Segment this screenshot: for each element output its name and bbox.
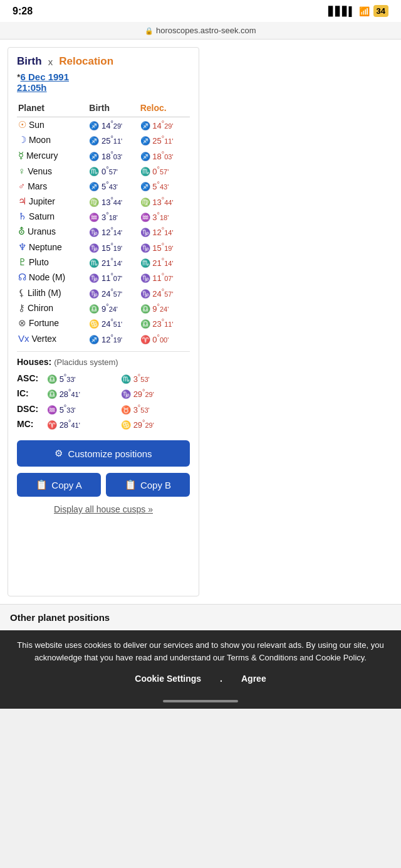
planet-cell: ♄ Saturn (17, 209, 88, 224)
wifi-icon: 📶 (359, 6, 370, 16)
planet-cell: ♀ Venus (17, 163, 88, 178)
reloc-position: ♐ 18°03' (139, 148, 190, 163)
planet-name: Vertex (31, 334, 56, 344)
table-row: Vx Vertex ♐ 12°19' ♈ 0°00' (17, 331, 190, 346)
copy-b-button[interactable]: 📋 Copy B (106, 473, 190, 497)
houses-title: Houses: (Placidus system) (17, 357, 190, 367)
planet-name: Neptune (29, 242, 62, 252)
planet-cell: ☉ Sun (17, 117, 88, 133)
houses-section: Houses: (Placidus system) ASC: ♎ 5°33' ♏… (17, 357, 190, 431)
card-header: Birth x Relocation (17, 55, 190, 68)
house-birth: ♎ 28°41' (47, 388, 116, 399)
birth-position: ♐ 25°11' (88, 132, 138, 147)
reloc-position: ♒ 3°18' (139, 209, 190, 224)
birth-position: ♑ 12°14' (88, 224, 138, 239)
planet-name: Moon (29, 135, 51, 145)
planet-cell: ☽ Moon (17, 132, 88, 147)
planet-icon: ⊗ (18, 317, 26, 328)
planet-icon: ☿ (18, 150, 24, 161)
house-birth: ♎ 5°33' (47, 373, 116, 384)
url-bar[interactable]: 🔒 horoscopes.astro-seek.com (0, 22, 401, 40)
planet-icon: ♆ (18, 241, 26, 252)
copy-a-button[interactable]: 📋 Copy A (17, 473, 101, 497)
customize-button[interactable]: ⚙ Customize positions (17, 440, 190, 467)
birth-position: ♋ 24°51' (88, 315, 138, 331)
cookie-banner: This website uses cookies to deliver our… (0, 630, 401, 696)
table-row: ☽ Moon ♐ 25°11' ♐ 25°11' (17, 132, 190, 147)
time: 9:28 (13, 6, 33, 17)
copy-a-label: Copy A (51, 480, 81, 490)
reloc-position: ♍ 13°44' (139, 194, 190, 209)
main-card: Birth x Relocation *6 Dec 199121:05h Pla… (8, 47, 199, 596)
divider (17, 351, 190, 352)
planet-cell: ☿ Mercury (17, 148, 88, 163)
planet-cell: ♆ Neptune (17, 240, 88, 255)
birth-tab-label[interactable]: Birth (17, 55, 42, 68)
table-row: ♇ Pluto ♏ 21°14' ♏ 21°14' (17, 255, 190, 270)
house-row: IC: ♎ 28°41' ♑ 29°29' (17, 386, 190, 401)
planet-cell: ☊ Node (M) (17, 270, 88, 285)
cookie-agree-button[interactable]: Agree (235, 670, 273, 687)
house-birth: ♈ 28°41' (47, 418, 116, 430)
date-link[interactable]: 6 Dec 199121:05h (17, 71, 69, 93)
reloc-position: ♑ 15°19' (139, 240, 190, 255)
reloc-position: ♑ 24°57' (139, 285, 190, 300)
cookie-buttons: Cookie Settings . Agree (10, 670, 391, 687)
reloc-position: ♏ 21°14' (139, 255, 190, 270)
planet-icon: ⚷ (18, 302, 25, 313)
birth-position: ♑ 24°57' (88, 285, 138, 300)
planet-name: Venus (28, 166, 52, 176)
house-reloc: ♋ 29°29' (121, 418, 154, 430)
table-row: ☊ Node (M) ♑ 11°07' ♑ 11°07' (17, 270, 190, 285)
house-reloc: ♏ 3°53' (121, 373, 150, 384)
house-label: MC: (17, 419, 42, 429)
display-all-text: Display all house cusps » (54, 504, 153, 514)
home-indicator (0, 696, 401, 709)
planet-name: Sun (29, 120, 44, 130)
col-planet: Planet (17, 100, 88, 117)
planet-icon: ♇ (18, 257, 26, 267)
house-birth: ♒ 5°33' (47, 403, 116, 415)
relocation-tab-label[interactable]: Relocation (59, 55, 113, 68)
signal-icon: ▋▋▋▌ (328, 6, 355, 16)
other-section: Other planet positions (0, 604, 401, 630)
birth-position: ♑ 11°07' (88, 270, 138, 285)
planet-cell: ⊗ Fortune (17, 315, 88, 331)
planet-name: Uranus (28, 226, 56, 236)
reloc-position: ♑ 11°07' (139, 270, 190, 285)
cookie-settings-button[interactable]: Cookie Settings (128, 670, 207, 687)
display-all-link[interactable]: Display all house cusps » (17, 504, 190, 514)
planet-icon: ⛢ (18, 226, 25, 236)
house-row: DSC: ♒ 5°33' ♉ 3°53' (17, 401, 190, 416)
birth-position: ♍ 13°44' (88, 194, 138, 209)
cookie-dot-separator: . (220, 670, 222, 687)
reloc-position: ♐ 5°43' (139, 178, 190, 193)
planet-name: Chiron (28, 303, 53, 313)
col-birth: Birth (88, 100, 138, 117)
planet-icon: ☽ (18, 134, 26, 145)
house-reloc: ♉ 3°53' (121, 403, 150, 415)
house-row: MC: ♈ 28°41' ♋ 29°29' (17, 416, 190, 431)
planet-icon: ♀ (18, 166, 25, 176)
planet-cell: ⚷ Chiron (17, 300, 88, 315)
planet-name: Jupiter (29, 196, 55, 206)
planet-name: Mars (28, 181, 47, 191)
birth-position: ♏ 0°57' (88, 163, 138, 178)
birth-position: ♐ 18°03' (88, 148, 138, 163)
customize-label: Customize positions (68, 448, 152, 459)
planet-name: Pluto (29, 257, 49, 267)
table-row: ☉ Sun ♐ 14°29' ♐ 14°29' (17, 117, 190, 133)
status-icons: ▋▋▋▌ 📶 34 (328, 5, 388, 17)
cookie-text: This website uses cookies to deliver our… (10, 639, 391, 664)
planet-cell: ♃ Jupiter (17, 194, 88, 209)
status-bar: 9:28 ▋▋▋▌ 📶 34 (0, 0, 401, 22)
customize-icon: ⚙ (55, 448, 63, 459)
planet-name: Mercury (26, 151, 58, 161)
table-row: ♀ Venus ♏ 0°57' ♏ 0°57' (17, 163, 190, 178)
other-title: Other planet positions (10, 612, 110, 623)
table-row: ♂ Mars ♐ 5°43' ♐ 5°43' (17, 178, 190, 193)
planet-cell: ♇ Pluto (17, 255, 88, 270)
table-row: ♄ Saturn ♒ 3°18' ♒ 3°18' (17, 209, 190, 224)
planet-icon: ⚸ (18, 287, 25, 298)
table-row: ⛢ Uranus ♑ 12°14' ♑ 12°14' (17, 224, 190, 239)
